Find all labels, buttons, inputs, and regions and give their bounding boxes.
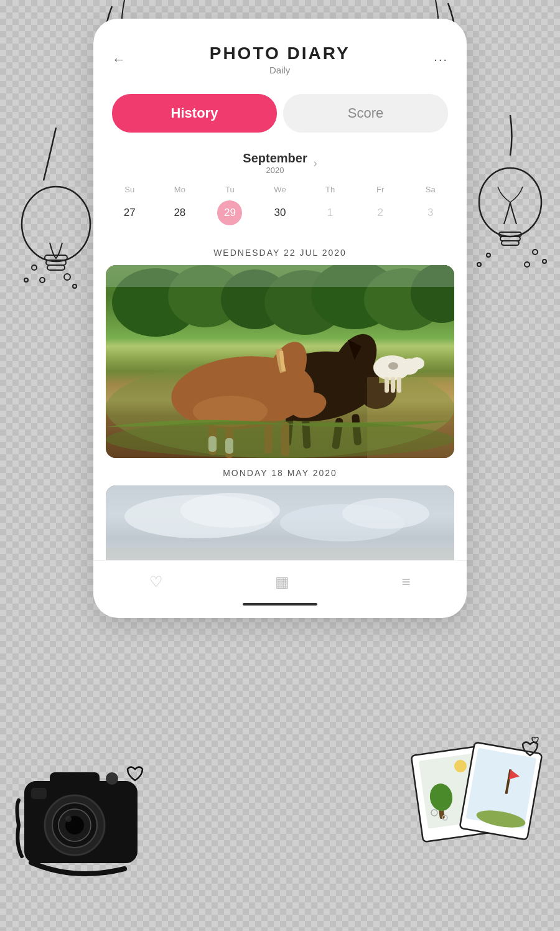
svg-point-16 xyxy=(487,253,490,257)
photo-2[interactable] xyxy=(106,485,454,560)
day-name-sa: Sa xyxy=(406,181,454,198)
header: ← PHOTO DIARY Daily ··· xyxy=(93,44,467,82)
svg-point-13 xyxy=(533,250,538,255)
tab-score[interactable]: Score xyxy=(283,94,448,133)
tab-history[interactable]: History xyxy=(112,94,277,133)
svg-point-53 xyxy=(106,421,454,458)
svg-point-14 xyxy=(543,260,546,263)
svg-point-4 xyxy=(32,265,37,270)
svg-rect-61 xyxy=(50,772,100,788)
svg-point-5 xyxy=(40,278,45,283)
svg-point-56 xyxy=(180,493,280,528)
photo-1[interactable] xyxy=(106,265,454,458)
svg-point-66 xyxy=(65,816,72,822)
more-button[interactable]: ··· xyxy=(434,52,448,67)
svg-rect-12 xyxy=(502,241,519,245)
svg-point-6 xyxy=(24,278,28,282)
month-name: September xyxy=(243,151,307,166)
svg-point-67 xyxy=(106,772,118,785)
svg-point-17 xyxy=(477,263,481,266)
svg-point-7 xyxy=(64,274,70,280)
deco-photos xyxy=(411,732,548,856)
month-title: September 2020 xyxy=(243,151,307,175)
day-name-tu: Tu xyxy=(206,181,254,198)
header-center: PHOTO DIARY Daily xyxy=(210,44,350,75)
svg-point-8 xyxy=(73,284,77,288)
photo-sky-svg xyxy=(106,485,454,560)
cal-day-29[interactable]: 29 xyxy=(217,200,242,225)
photo-horses-svg xyxy=(106,265,454,458)
day-name-fr: Fr xyxy=(357,181,404,198)
entry-date-2: MONDAY 18 MAY 2020 xyxy=(93,468,467,478)
day-name-th: Th xyxy=(306,181,354,198)
back-button[interactable]: ← xyxy=(112,52,126,68)
cal-day-2[interactable]: 2 xyxy=(357,200,404,225)
day-name-mo: Mo xyxy=(156,181,204,198)
cal-day-30[interactable]: 30 xyxy=(256,200,304,225)
cal-day-1[interactable]: 1 xyxy=(306,200,354,225)
cal-day-27[interactable]: 27 xyxy=(106,200,154,225)
svg-point-51 xyxy=(388,362,398,370)
bottom-nav: ♡ ▦ ≡ xyxy=(93,560,467,597)
svg-point-0 xyxy=(22,187,90,261)
phone-card: ← PHOTO DIARY Daily ··· History Score Se… xyxy=(93,19,467,618)
nav-heart-icon[interactable]: ♡ xyxy=(149,573,163,591)
tabs: History Score xyxy=(112,94,448,133)
calendar-header: September 2020 › xyxy=(106,151,454,175)
nav-calendar-icon[interactable]: ▦ xyxy=(275,573,289,591)
deco-bulb-right xyxy=(460,112,560,274)
home-indicator xyxy=(243,603,317,606)
entry-date-1: WEDNESDAY 22 JUL 2020 xyxy=(93,248,467,258)
svg-rect-59 xyxy=(106,548,454,560)
cal-day-28[interactable]: 28 xyxy=(156,200,204,225)
deco-camera xyxy=(12,744,162,881)
month-year: 2020 xyxy=(243,166,307,175)
svg-point-50 xyxy=(409,357,424,370)
cal-day-3[interactable]: 3 xyxy=(406,200,454,225)
calendar-next-button[interactable]: › xyxy=(314,157,317,170)
calendar-section: September 2020 › Su Mo Tu We Th Fr Sa 27… xyxy=(93,145,467,238)
svg-point-58 xyxy=(342,498,429,529)
svg-rect-26 xyxy=(106,265,454,287)
svg-rect-68 xyxy=(31,788,47,799)
calendar-grid: Su Mo Tu We Th Fr Sa 27 28 29 30 1 2 3 xyxy=(106,181,454,225)
day-name-we: We xyxy=(256,181,304,198)
day-name-su: Su xyxy=(106,181,154,198)
svg-point-15 xyxy=(525,262,530,267)
svg-rect-3 xyxy=(47,265,65,270)
app-subtitle: Daily xyxy=(210,65,350,75)
app-title: PHOTO DIARY xyxy=(210,44,350,63)
nav-note-icon[interactable]: ≡ xyxy=(402,573,411,591)
